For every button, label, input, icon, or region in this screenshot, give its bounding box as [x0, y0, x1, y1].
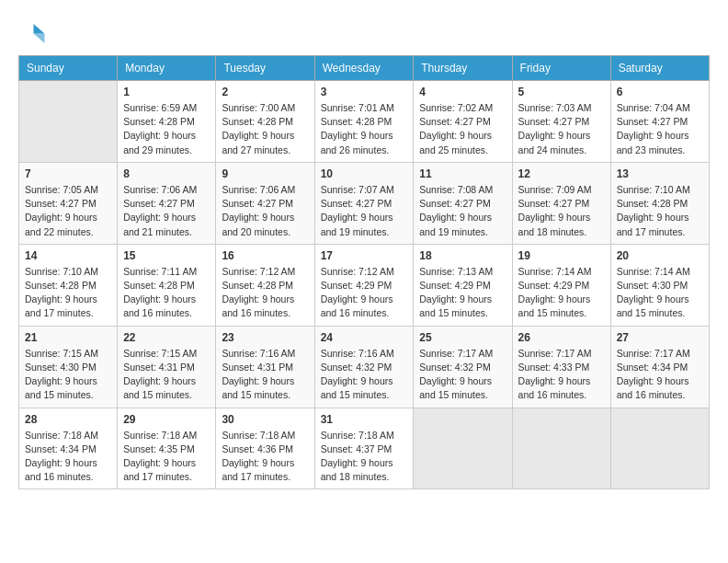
day-number: 18: [419, 249, 506, 262]
day-info: Sunrise: 7:04 AM Sunset: 4:27 PM Dayligh…: [617, 101, 703, 157]
calendar-cell: 25Sunrise: 7:17 AM Sunset: 4:32 PM Dayli…: [414, 326, 512, 408]
day-info: Sunrise: 7:16 AM Sunset: 4:32 PM Dayligh…: [321, 347, 408, 403]
calendar-cell: 23Sunrise: 7:16 AM Sunset: 4:31 PM Dayli…: [216, 326, 314, 408]
svg-marker-0: [34, 24, 45, 34]
calendar-cell: 6Sunrise: 7:04 AM Sunset: 4:27 PM Daylig…: [610, 81, 709, 163]
calendar-cell: 31Sunrise: 7:18 AM Sunset: 4:37 PM Dayli…: [314, 408, 414, 489]
day-number: 13: [617, 167, 703, 180]
day-info: Sunrise: 7:10 AM Sunset: 4:28 PM Dayligh…: [617, 183, 703, 239]
day-info: Sunrise: 6:59 AM Sunset: 4:28 PM Dayligh…: [123, 101, 210, 157]
day-number: 11: [419, 167, 506, 180]
calendar-cell: 21Sunrise: 7:15 AM Sunset: 4:30 PM Dayli…: [19, 326, 118, 408]
day-info: Sunrise: 7:01 AM Sunset: 4:28 PM Dayligh…: [321, 101, 408, 157]
day-info: Sunrise: 7:08 AM Sunset: 4:27 PM Dayligh…: [419, 183, 506, 239]
calendar-cell: 1Sunrise: 6:59 AM Sunset: 4:28 PM Daylig…: [118, 81, 216, 163]
calendar-cell: 8Sunrise: 7:06 AM Sunset: 4:27 PM Daylig…: [118, 162, 216, 244]
calendar-cell: 24Sunrise: 7:16 AM Sunset: 4:32 PM Dayli…: [314, 326, 414, 408]
calendar-header-row: SundayMondayTuesdayWednesdayThursdayFrid…: [19, 56, 710, 81]
day-number: 5: [518, 86, 605, 98]
day-number: 30: [222, 413, 308, 426]
day-number: 23: [222, 331, 308, 344]
day-number: 6: [617, 86, 703, 98]
calendar-cell: 15Sunrise: 7:11 AM Sunset: 4:28 PM Dayli…: [118, 244, 216, 326]
day-number: 24: [321, 331, 408, 344]
calendar-week-2: 7Sunrise: 7:05 AM Sunset: 4:27 PM Daylig…: [19, 162, 710, 244]
calendar-table: SundayMondayTuesdayWednesdayThursdayFrid…: [18, 55, 710, 489]
day-number: 4: [419, 86, 506, 98]
day-number: 8: [123, 167, 210, 180]
calendar-week-1: 1Sunrise: 6:59 AM Sunset: 4:28 PM Daylig…: [19, 81, 710, 163]
day-number: 3: [321, 86, 408, 98]
calendar-cell: 30Sunrise: 7:18 AM Sunset: 4:36 PM Dayli…: [216, 408, 314, 489]
calendar-cell: 2Sunrise: 7:00 AM Sunset: 4:28 PM Daylig…: [216, 81, 314, 163]
day-info: Sunrise: 7:11 AM Sunset: 4:28 PM Dayligh…: [123, 265, 210, 321]
calendar-cell: 20Sunrise: 7:14 AM Sunset: 4:30 PM Dayli…: [610, 244, 709, 326]
calendar-cell: 13Sunrise: 7:10 AM Sunset: 4:28 PM Dayli…: [610, 162, 709, 244]
day-number: 21: [25, 331, 111, 344]
day-info: Sunrise: 7:18 AM Sunset: 4:36 PM Dayligh…: [222, 429, 308, 485]
day-info: Sunrise: 7:15 AM Sunset: 4:31 PM Dayligh…: [123, 347, 210, 403]
day-number: 16: [222, 249, 308, 262]
day-info: Sunrise: 7:05 AM Sunset: 4:27 PM Dayligh…: [25, 183, 111, 239]
day-number: 29: [123, 413, 210, 426]
day-info: Sunrise: 7:00 AM Sunset: 4:28 PM Dayligh…: [222, 101, 308, 157]
calendar-cell: 14Sunrise: 7:10 AM Sunset: 4:28 PM Dayli…: [19, 244, 118, 326]
calendar-header-monday: Monday: [118, 56, 216, 81]
day-info: Sunrise: 7:13 AM Sunset: 4:29 PM Dayligh…: [419, 265, 506, 321]
day-info: Sunrise: 7:02 AM Sunset: 4:27 PM Dayligh…: [419, 101, 506, 157]
calendar-cell: 3Sunrise: 7:01 AM Sunset: 4:28 PM Daylig…: [314, 81, 414, 163]
day-number: 20: [617, 249, 703, 262]
calendar-header-wednesday: Wednesday: [314, 56, 414, 81]
logo-icon: [18, 18, 46, 46]
day-number: 9: [222, 167, 308, 180]
calendar-cell: 19Sunrise: 7:14 AM Sunset: 4:29 PM Dayli…: [512, 244, 610, 326]
day-info: Sunrise: 7:17 AM Sunset: 4:33 PM Dayligh…: [518, 347, 605, 403]
day-number: 26: [518, 331, 605, 344]
calendar-header-sunday: Sunday: [19, 56, 118, 81]
calendar-cell: 11Sunrise: 7:08 AM Sunset: 4:27 PM Dayli…: [414, 162, 512, 244]
logo: [18, 18, 50, 46]
calendar-cell: 4Sunrise: 7:02 AM Sunset: 4:27 PM Daylig…: [414, 81, 512, 163]
svg-marker-1: [34, 34, 45, 44]
day-number: 27: [617, 331, 703, 344]
day-number: 25: [419, 331, 506, 344]
calendar-cell: [414, 408, 512, 489]
calendar-header-saturday: Saturday: [610, 56, 709, 81]
day-info: Sunrise: 7:16 AM Sunset: 4:31 PM Dayligh…: [222, 347, 308, 403]
day-info: Sunrise: 7:15 AM Sunset: 4:30 PM Dayligh…: [25, 347, 111, 403]
calendar-cell: 12Sunrise: 7:09 AM Sunset: 4:27 PM Dayli…: [512, 162, 610, 244]
day-info: Sunrise: 7:17 AM Sunset: 4:32 PM Dayligh…: [419, 347, 506, 403]
calendar-cell: 17Sunrise: 7:12 AM Sunset: 4:29 PM Dayli…: [314, 244, 414, 326]
day-number: 14: [25, 249, 111, 262]
day-number: 22: [123, 331, 210, 344]
day-info: Sunrise: 7:10 AM Sunset: 4:28 PM Dayligh…: [25, 265, 111, 321]
day-info: Sunrise: 7:06 AM Sunset: 4:27 PM Dayligh…: [222, 183, 308, 239]
day-number: 2: [222, 86, 308, 98]
calendar-week-5: 28Sunrise: 7:18 AM Sunset: 4:34 PM Dayli…: [19, 408, 710, 489]
day-info: Sunrise: 7:14 AM Sunset: 4:29 PM Dayligh…: [518, 265, 605, 321]
calendar-header-thursday: Thursday: [414, 56, 512, 81]
calendar-cell: 27Sunrise: 7:17 AM Sunset: 4:34 PM Dayli…: [610, 326, 709, 408]
day-number: 12: [518, 167, 605, 180]
day-number: 15: [123, 249, 210, 262]
calendar-cell: [610, 408, 709, 489]
day-number: 28: [25, 413, 111, 426]
day-number: 1: [123, 86, 210, 98]
calendar-header-tuesday: Tuesday: [216, 56, 314, 81]
day-info: Sunrise: 7:12 AM Sunset: 4:29 PM Dayligh…: [321, 265, 408, 321]
day-number: 7: [25, 167, 111, 180]
day-number: 17: [321, 249, 408, 262]
day-info: Sunrise: 7:14 AM Sunset: 4:30 PM Dayligh…: [617, 265, 703, 321]
day-info: Sunrise: 7:18 AM Sunset: 4:34 PM Dayligh…: [25, 429, 111, 485]
day-info: Sunrise: 7:07 AM Sunset: 4:27 PM Dayligh…: [321, 183, 408, 239]
calendar-cell: 9Sunrise: 7:06 AM Sunset: 4:27 PM Daylig…: [216, 162, 314, 244]
calendar-cell: 26Sunrise: 7:17 AM Sunset: 4:33 PM Dayli…: [512, 326, 610, 408]
calendar-week-3: 14Sunrise: 7:10 AM Sunset: 4:28 PM Dayli…: [19, 244, 710, 326]
calendar-cell: 5Sunrise: 7:03 AM Sunset: 4:27 PM Daylig…: [512, 81, 610, 163]
day-info: Sunrise: 7:17 AM Sunset: 4:34 PM Dayligh…: [617, 347, 703, 403]
calendar-cell: 16Sunrise: 7:12 AM Sunset: 4:28 PM Dayli…: [216, 244, 314, 326]
calendar-header-friday: Friday: [512, 56, 610, 81]
day-info: Sunrise: 7:06 AM Sunset: 4:27 PM Dayligh…: [123, 183, 210, 239]
day-info: Sunrise: 7:03 AM Sunset: 4:27 PM Dayligh…: [518, 101, 605, 157]
day-number: 19: [518, 249, 605, 262]
